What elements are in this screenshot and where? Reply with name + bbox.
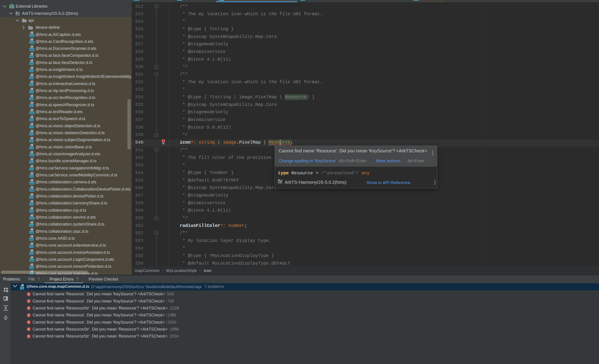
svg-text:TS: TS [30, 56, 33, 58]
svg-text:TS: TS [30, 210, 33, 212]
svg-text:TS: TS [30, 161, 33, 163]
svg-text:TS: TS [30, 238, 33, 241]
svg-text:TS: TS [30, 168, 33, 170]
svg-text:ETS: ETS [30, 218, 34, 220]
svg-text:TS: TS [30, 119, 33, 121]
svg-text:TS: TS [30, 231, 33, 234]
svg-text:TS: TS [30, 63, 33, 65]
svg-text:ETS: ETS [30, 182, 34, 185]
svg-text:TS: TS [30, 196, 33, 199]
svg-text:TS: TS [30, 133, 33, 135]
svg-text:TS: TS [30, 126, 33, 128]
svg-text:ETS: ETS [30, 260, 34, 262]
svg-text:ETS: ETS [30, 35, 34, 37]
svg-text:TS: TS [30, 267, 33, 269]
svg-text:TS: TS [30, 245, 33, 248]
svg-text:TS: TS [30, 203, 33, 206]
svg-text:TS: TS [30, 84, 33, 86]
svg-text:ETS: ETS [30, 189, 34, 191]
svg-text:ETS: ETS [30, 112, 34, 114]
svg-text:TS: TS [30, 147, 33, 149]
svg-text:ETS: ETS [30, 49, 34, 51]
svg-text:TS: TS [30, 91, 33, 93]
svg-text:TS: TS [30, 77, 33, 79]
svg-text:TS: TS [30, 140, 33, 142]
svg-text:ETS: ETS [30, 154, 34, 156]
svg-text:TS: TS [30, 175, 33, 178]
svg-text:TS: TS [30, 253, 33, 255]
svg-text:TS: TS [21, 287, 23, 289]
svg-text:TS: TS [30, 70, 33, 72]
svg-text:ETS: ETS [30, 42, 34, 44]
svg-text:TS: TS [30, 224, 33, 227]
svg-text:TS: TS [30, 105, 33, 107]
svg-text:TS: TS [30, 98, 33, 100]
